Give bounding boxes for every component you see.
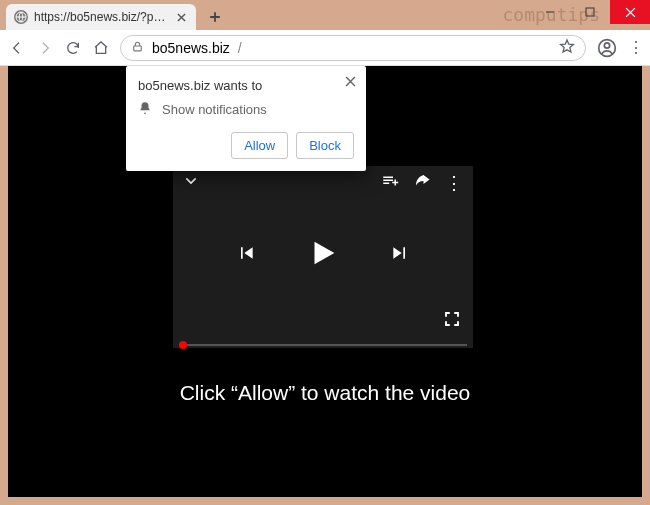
previous-track-icon[interactable]: [236, 243, 256, 267]
chevron-down-icon[interactable]: [183, 173, 199, 193]
browser-window: https://bo5news.biz/?p=ge2wen computips: [0, 0, 650, 505]
url-domain: bo5news.biz: [152, 40, 230, 56]
page-caption: Click “Allow” to watch the video: [8, 381, 642, 405]
toolbar: bo5news.biz/ ⋮: [0, 30, 650, 66]
tabstrip: https://bo5news.biz/?p=ge2wen: [0, 0, 530, 30]
kebab-icon[interactable]: ⋮: [445, 172, 463, 194]
browser-menu-icon[interactable]: ⋮: [628, 38, 642, 57]
fullscreen-icon[interactable]: [443, 310, 461, 332]
close-prompt-icon[interactable]: [342, 74, 358, 90]
page-viewport: bo5news.biz wants to Show notifications …: [8, 66, 642, 497]
titlebar: https://bo5news.biz/?p=ge2wen computips: [0, 0, 650, 30]
play-button[interactable]: [306, 236, 340, 274]
allow-button[interactable]: Allow: [231, 132, 288, 159]
bell-icon: [138, 101, 152, 118]
progress-bar[interactable]: [179, 344, 467, 346]
prompt-origin: bo5news.biz wants to: [138, 78, 354, 93]
address-bar[interactable]: bo5news.biz/: [120, 35, 586, 61]
notification-permission-prompt: bo5news.biz wants to Show notifications …: [126, 66, 366, 171]
home-button[interactable]: [92, 39, 110, 57]
video-player: ⋮: [173, 166, 473, 348]
window-close-button[interactable]: [610, 0, 650, 24]
close-tab-icon[interactable]: [174, 10, 188, 24]
reload-button[interactable]: [64, 39, 82, 57]
tab-title: https://bo5news.biz/?p=ge2wen: [34, 10, 168, 24]
globe-icon: [14, 10, 28, 24]
lock-icon: [131, 40, 144, 56]
maximize-button[interactable]: [570, 0, 610, 24]
playlist-add-icon[interactable]: [381, 172, 399, 194]
minimize-button[interactable]: [530, 0, 570, 24]
prompt-permission-label: Show notifications: [162, 102, 267, 117]
svg-rect-2: [134, 45, 142, 50]
share-icon[interactable]: [413, 172, 431, 194]
browser-tab[interactable]: https://bo5news.biz/?p=ge2wen: [6, 4, 196, 30]
new-tab-button[interactable]: [202, 4, 228, 30]
block-button[interactable]: Block: [296, 132, 354, 159]
svg-rect-1: [586, 8, 594, 16]
window-controls: [530, 0, 650, 24]
next-track-icon[interactable]: [390, 243, 410, 267]
forward-button[interactable]: [36, 39, 54, 57]
bookmark-icon[interactable]: [559, 38, 575, 57]
svg-point-4: [604, 42, 609, 47]
url-path: /: [238, 40, 242, 56]
profile-icon[interactable]: [596, 37, 618, 59]
back-button[interactable]: [8, 39, 26, 57]
